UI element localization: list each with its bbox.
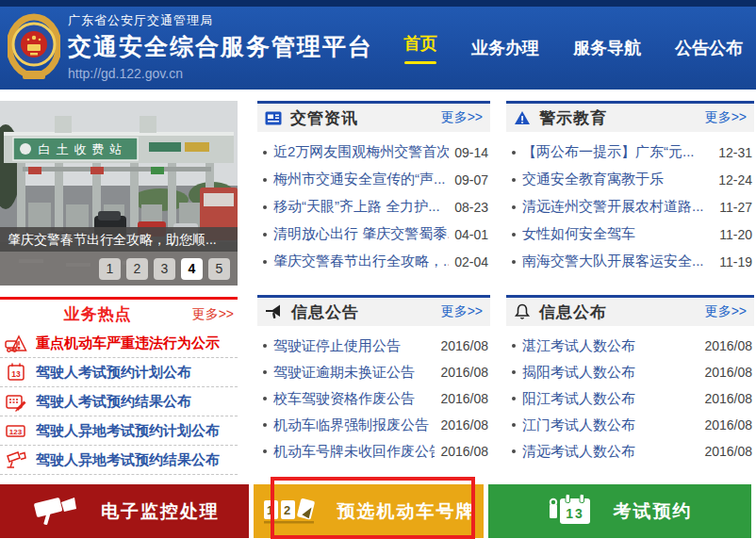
nav-service-guide[interactable]: 服务导航 — [573, 37, 641, 59]
news-item-text: 交通安全教育寓教于乐 — [522, 171, 713, 188]
nav-home-label: 首页 — [403, 34, 437, 53]
news-item-date: 2016/08 — [704, 338, 752, 353]
news-item[interactable]: 驾驶证停止使用公告2016/08 — [257, 333, 490, 359]
hotspot-item-remote-exam-plan[interactable]: 123 驾驶人异地考试预约计划公布 — [0, 416, 238, 446]
nav-home[interactable]: 首页 — [403, 32, 437, 64]
info-notice-header: 信息公告 更多>> — [257, 295, 490, 326]
newspaper-icon — [265, 111, 282, 125]
banner-label: 预选机动车号牌 — [337, 499, 476, 524]
news-item[interactable]: 肇庆交警春节出行全攻略，...02-04 — [257, 248, 490, 275]
section-info-publish: 信息公布 更多>> 湛江考试人数公布2016/08 揭阳考试人数公布2016/0… — [506, 295, 754, 465]
police-badge-logo — [8, 10, 60, 82]
news-item[interactable]: 校车驾驶资格作废公告2016/08 — [257, 385, 490, 412]
news-item[interactable]: 湛江考试人数公布2016/08 — [506, 333, 754, 359]
nav-service-guide-label: 服务导航 — [573, 39, 641, 57]
pager-button-1[interactable]: 1 — [99, 258, 121, 280]
traffic-news-title: 交管资讯 — [290, 107, 358, 129]
news-item[interactable]: 移动“天眼”齐上路 全力护...08-23 — [257, 193, 490, 220]
hotspot-item-text: 驾驶人异地考试预约计划公布 — [36, 422, 220, 440]
svg-text:1: 1 — [266, 503, 274, 517]
homepage: 广东省公安厅交通管理局 交通安全综合服务管理平台 http://gd.122.g… — [0, 0, 756, 555]
news-item-date: 2016/08 — [704, 365, 752, 380]
news-item[interactable]: 近2万网友围观梅州交警首次...09-14 — [257, 139, 490, 166]
carousel-caption: 肇庆交警春节出行全攻略，助您顺... — [0, 227, 238, 252]
news-item-text: 揭阳考试人数公布 — [522, 364, 698, 382]
news-item[interactable]: 机动车号牌未收回作废公告2016/08 — [257, 438, 490, 465]
warning-triangle-icon — [514, 110, 531, 125]
agency-name: 广东省公安厅交通管理局 — [68, 12, 373, 29]
banner-label: 考试预约 — [614, 499, 693, 524]
news-item-text: 移动“天眼”齐上路 全力护... — [273, 198, 449, 216]
pager-button-2[interactable]: 2 — [126, 258, 148, 280]
news-item-text: 机动车临界强制报废公告 — [273, 416, 435, 434]
news-item-date: 2016/08 — [440, 391, 488, 406]
plate-number-tiles-icon: 1 2 — [262, 495, 319, 529]
hotspot-item-exam-plan[interactable]: 13 驾驶人考试预约计划公布 — [0, 358, 238, 387]
news-item-text: 梅州市交通安全宣传的“声... — [273, 171, 449, 188]
traffic-news-more-link[interactable]: 更多>> — [441, 109, 483, 126]
business-hotspots-more-link[interactable]: 更多>> — [192, 306, 234, 323]
news-item-text: 清远连州交警开展农村道路... — [522, 198, 714, 216]
site-brand: 广东省公安厅交通管理局 交通安全综合服务管理平台 http://gd.122.g… — [68, 12, 373, 81]
pager-button-5[interactable]: 5 — [208, 258, 230, 280]
pager-button-3[interactable]: 3 — [154, 258, 175, 280]
news-item-text: 江门考试人数公布 — [522, 416, 698, 434]
bullet — [512, 397, 516, 400]
news-item-text: 校车驾驶资格作废公告 — [273, 390, 435, 408]
news-item[interactable]: 女性如何安全驾车11-20 — [506, 220, 754, 248]
photo-carousel[interactable]: 白土收费站 — [0, 101, 238, 286]
hotspot-item-remote-exam-result[interactable]: 驾驶人异地考试预约结果公布 — [0, 446, 238, 475]
svg-text:13: 13 — [566, 506, 584, 521]
business-hotspots-header: 业务热点 更多>> — [0, 300, 238, 329]
banner-exam-appointment[interactable]: 13 考试预约 — [488, 484, 751, 538]
news-item[interactable]: 江门考试人数公布2016/08 — [506, 412, 754, 438]
news-item[interactable]: 清明放心出行 肇庆交警蜀黍...04-01 — [257, 220, 490, 248]
bullet — [512, 233, 516, 237]
news-item[interactable]: 南海交警大队开展客运安全...11-19 — [506, 248, 754, 275]
business-hotspots-title: 业务热点 — [4, 303, 192, 325]
nav-announcements[interactable]: 公告公布 — [675, 37, 743, 59]
news-item-text: 肇庆交警春节出行全攻略，... — [273, 253, 449, 270]
megaphone-icon — [265, 304, 283, 320]
hotspot-item-text: 重点机动车严重违法行为公示 — [36, 335, 220, 352]
news-item[interactable]: 揭阳考试人数公布2016/08 — [506, 359, 754, 385]
news-item[interactable]: 梅州市交通安全宣传的“声...09-07 — [257, 166, 490, 193]
svg-text:123: 123 — [9, 428, 23, 436]
section-traffic-news: 交管资讯 更多>> 近2万网友围观梅州交警首次...09-14 梅州市交通安全宣… — [257, 101, 490, 275]
news-item[interactable]: 阳江考试人数公布2016/08 — [506, 385, 754, 412]
banner-surveillance-processing[interactable]: 电子监控处理 — [0, 484, 249, 538]
news-item[interactable]: 交通安全教育寓教于乐12-24 — [506, 166, 754, 193]
number-plate-icon: 123 — [2, 420, 30, 441]
news-item[interactable]: 机动车临界强制报废公告2016/08 — [257, 412, 490, 438]
site-url: http://gd.122.gov.cn — [68, 66, 373, 81]
news-item-text: 近2万网友围观梅州交警首次... — [273, 143, 449, 161]
warning-education-more-link[interactable]: 更多>> — [705, 109, 747, 126]
news-item[interactable]: 清远考试人数公布2016/08 — [506, 438, 754, 465]
pager-button-4-active[interactable]: 4 — [181, 258, 203, 280]
news-item-date: 2016/08 — [440, 417, 488, 433]
bullet — [263, 205, 267, 209]
news-item[interactable]: 【两公布一提示】广东“元...12-31 — [506, 139, 754, 166]
info-publish-more-link[interactable]: 更多>> — [705, 303, 747, 320]
info-publish-list: 湛江考试人数公布2016/08 揭阳考试人数公布2016/08 阳江考试人数公布… — [506, 333, 754, 465]
traffic-news-header: 交管资讯 更多>> — [257, 101, 490, 132]
news-item-date: 11-27 — [719, 200, 752, 215]
news-item-text: 女性如何安全驾车 — [522, 225, 714, 243]
hotspot-item-violation-publicity[interactable]: 重点机动车严重违法行为公示 — [0, 329, 238, 358]
bell-icon — [514, 303, 531, 320]
nav-business[interactable]: 业务办理 — [471, 37, 539, 59]
bullet — [263, 178, 267, 182]
news-item-text: 机动车号牌未收回作废公告 — [273, 443, 435, 461]
warning-education-title: 警示教育 — [539, 107, 607, 129]
warning-education-header: 警示教育 更多>> — [506, 101, 754, 132]
bullet — [263, 370, 267, 374]
news-item-date: 09-14 — [454, 145, 488, 160]
banner-preselect-plate[interactable]: 1 2 预选机动车号牌 — [254, 484, 484, 538]
hotspot-item-exam-result[interactable]: 驾驶人考试预约结果公布 — [0, 387, 238, 416]
news-item-date: 09-07 — [454, 172, 488, 188]
news-item[interactable]: 清远连州交警开展农村道路...11-27 — [506, 193, 754, 220]
news-item-date: 11-19 — [719, 254, 752, 269]
news-item[interactable]: 驾驶证逾期未换证公告2016/08 — [257, 359, 490, 385]
info-notice-more-link[interactable]: 更多>> — [441, 303, 483, 320]
news-item-date: 2016/08 — [440, 365, 488, 380]
